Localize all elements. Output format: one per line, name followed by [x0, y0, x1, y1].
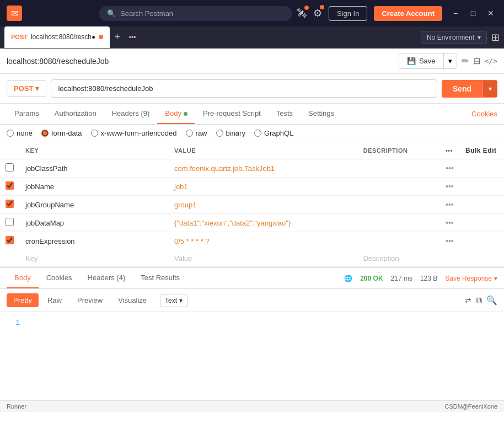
row-checkbox-2[interactable]: [6, 200, 14, 208]
row-key-2[interactable]: jobGroupName: [20, 196, 169, 214]
wrap-icon-btn[interactable]: ⇄: [465, 295, 471, 305]
environment-selector[interactable]: No Environment ▾: [421, 31, 487, 44]
more-icon: •••: [446, 147, 453, 154]
search-bar[interactable]: 🔍 Search Postman: [99, 6, 292, 21]
titlebar-left: ✉: [7, 6, 95, 21]
row-desc-3[interactable]: [358, 214, 440, 232]
table-row: jobNamejob1•••: [0, 178, 504, 196]
tab-authorization[interactable]: Authorization: [47, 104, 104, 124]
view-tab-preview[interactable]: Preview: [71, 293, 109, 307]
bulk-edit-button[interactable]: Bulk Edit: [465, 147, 497, 154]
body-type-binary[interactable]: binary: [216, 129, 245, 137]
row-desc-1[interactable]: [358, 178, 440, 196]
view-tab-pretty[interactable]: Pretty: [7, 293, 39, 307]
tab-more-button[interactable]: •••: [125, 34, 141, 41]
minimize-button[interactable]: −: [449, 9, 462, 18]
row-more-icon[interactable]: •••: [446, 200, 454, 209]
resp-tab-cookies[interactable]: Cookies: [39, 268, 80, 288]
row-more-icon[interactable]: •••: [446, 218, 454, 227]
layout-icon-btn[interactable]: ⊞: [491, 31, 500, 44]
new-row-value[interactable]: Value: [174, 254, 192, 262]
row-more-icon[interactable]: •••: [446, 182, 454, 191]
url-row: POST ▾ Send ▾: [0, 74, 504, 104]
format-selector[interactable]: Text ▾: [160, 294, 187, 307]
new-row-key[interactable]: Key: [25, 254, 37, 262]
search-placeholder: Search Postman: [120, 9, 173, 18]
url-input[interactable]: [51, 79, 437, 98]
maximize-button[interactable]: □: [467, 9, 480, 18]
row-desc-0[interactable]: [358, 159, 440, 178]
tab-settings[interactable]: Settings: [301, 104, 342, 124]
resp-tab-body[interactable]: Body: [7, 268, 39, 288]
format-label: Text: [165, 297, 177, 304]
row-desc-2[interactable]: [358, 196, 440, 214]
row-value-3[interactable]: {"data1":"xiexun","data2":"yangxiao"}: [169, 214, 358, 232]
edit-icon-btn[interactable]: ✏: [462, 56, 469, 66]
col-checkbox: [0, 142, 20, 159]
row-more-icon[interactable]: •••: [446, 164, 454, 173]
row-value-1[interactable]: job1: [169, 178, 358, 196]
tab-headers[interactable]: Headers (9): [104, 104, 158, 124]
satellite-icon-btn[interactable]: 🛰: [297, 8, 307, 19]
body-type-none[interactable]: none: [7, 129, 33, 137]
body-type-urlencoded[interactable]: x-www-form-urlencoded: [91, 129, 177, 137]
add-tab-button[interactable]: +: [110, 31, 125, 43]
row-checkbox-4[interactable]: [6, 236, 14, 244]
view-tab-visualize[interactable]: Visualize: [111, 293, 153, 307]
row-key-1[interactable]: jobName: [20, 178, 169, 196]
row-key-0[interactable]: jobClassPath: [20, 159, 169, 178]
layout2-icon-btn[interactable]: ⊟: [473, 56, 480, 66]
table-row: jobClassPathcom.feenix.quartz.job.TaskJo…: [0, 159, 504, 178]
row-checkbox-3[interactable]: [6, 218, 14, 226]
response-tab-bar: Body Cookies Headers (4) Test Results 🌐 …: [0, 268, 504, 289]
view-tab-raw[interactable]: Raw: [41, 293, 68, 307]
save-response-button[interactable]: Save Response ▾: [445, 275, 497, 282]
save-button[interactable]: 💾 Save: [399, 53, 443, 68]
cookies-link[interactable]: Cookies: [471, 110, 497, 118]
body-type-form-data[interactable]: form-data: [41, 129, 82, 137]
new-row-desc[interactable]: Description: [363, 254, 399, 262]
tab-params[interactable]: Params: [7, 104, 47, 124]
status-code: 200 OK: [360, 275, 383, 282]
settings-icon-btn[interactable]: ⚙: [313, 7, 322, 19]
tab-pre-request[interactable]: Pre-request Script: [195, 104, 269, 124]
method-caret: ▾: [35, 84, 39, 93]
row-more-icon[interactable]: •••: [446, 237, 454, 245]
resp-tab-headers[interactable]: Headers (4): [80, 268, 133, 288]
row-value-4[interactable]: 0/5 * * * * ?: [169, 232, 358, 250]
statusbar: Runner CSDN@FeeniXone: [0, 400, 504, 412]
row-desc-4[interactable]: [358, 232, 440, 250]
body-type-graphql[interactable]: GraphQL: [254, 129, 293, 137]
bottom-user: CSDN@FeeniXone: [444, 403, 497, 410]
row-checkbox-0[interactable]: [6, 163, 14, 171]
resp-tab-test-results[interactable]: Test Results: [133, 268, 187, 288]
tab-body[interactable]: Body: [157, 104, 195, 124]
save-response-label: Save Response: [445, 275, 492, 282]
send-button[interactable]: Send: [442, 80, 482, 98]
save-dropdown-button[interactable]: ▾: [443, 53, 457, 68]
runner-label[interactable]: Runner: [7, 403, 26, 410]
copy-icon-btn[interactable]: ⧉: [476, 295, 482, 305]
row-checkbox-1[interactable]: [6, 181, 14, 190]
method-selector[interactable]: POST ▾: [7, 80, 46, 97]
row-value-0[interactable]: com.feenix.quartz.job.TaskJob1: [169, 159, 358, 178]
row-key-3[interactable]: jobDataMap: [20, 214, 169, 232]
create-account-button[interactable]: Create Account: [374, 6, 442, 21]
params-table: KEY VALUE DESCRIPTION ••• Bulk Edit jobC…: [0, 142, 504, 267]
chevron-down-icon: ▾: [478, 34, 481, 41]
send-dropdown-button[interactable]: ▾: [482, 81, 497, 97]
sign-in-button[interactable]: Sign In: [329, 6, 367, 21]
request-tab-active[interactable]: POST localhost:8080/resch●: [4, 26, 110, 48]
body-type-raw[interactable]: raw: [186, 129, 207, 137]
search-response-icon-btn[interactable]: 🔍: [486, 295, 497, 305]
code-icon-btn[interactable]: </>: [485, 57, 497, 65]
col-more: •••: [440, 142, 460, 159]
titlebar-right: 🛰 ⚙ Sign In Create Account − □ ✕: [297, 6, 497, 21]
tab-tests[interactable]: Tests: [269, 104, 301, 124]
response-view-tabs: Pretty Raw Preview Visualize Text ▾ ⇄ ⧉ …: [0, 289, 504, 312]
row-key-4[interactable]: cronExpression: [20, 232, 169, 250]
search-icon: 🔍: [107, 9, 116, 18]
row-value-2[interactable]: group1: [169, 196, 358, 214]
tab-url: localhost:8080/resch●: [31, 33, 95, 41]
close-button[interactable]: ✕: [484, 9, 497, 18]
